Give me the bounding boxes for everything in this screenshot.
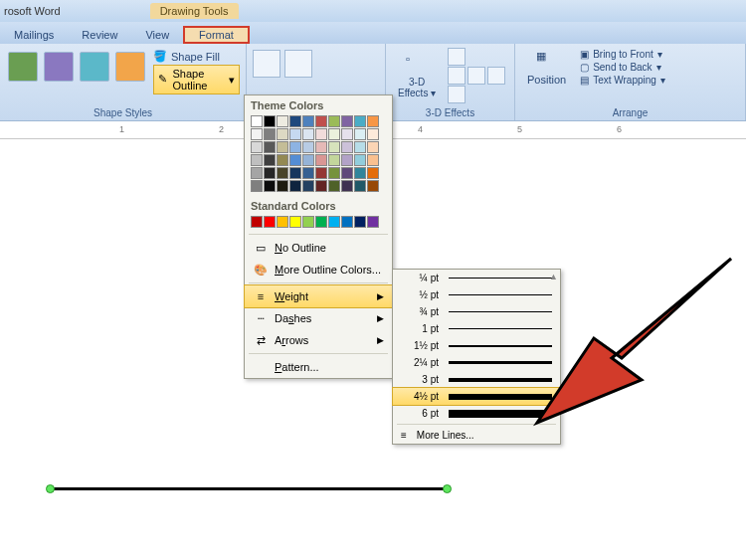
weight-option[interactable]: 3 pt bbox=[393, 371, 560, 388]
color-swatch[interactable] bbox=[277, 128, 288, 140]
color-swatch[interactable] bbox=[302, 141, 314, 153]
color-swatch[interactable] bbox=[302, 216, 314, 228]
color-swatch[interactable] bbox=[251, 180, 263, 192]
bring-to-front-button[interactable]: ▣Bring to Front ▾ bbox=[580, 48, 665, 61]
color-swatch[interactable] bbox=[367, 154, 379, 166]
tilt-button[interactable] bbox=[448, 48, 466, 66]
color-swatch[interactable] bbox=[315, 128, 327, 140]
more-outline-colors-item[interactable]: 🎨 More Outline Colors... bbox=[245, 259, 392, 280]
color-swatch[interactable] bbox=[289, 216, 301, 228]
color-swatch[interactable] bbox=[289, 154, 301, 166]
color-swatch[interactable] bbox=[277, 154, 288, 166]
color-swatch[interactable] bbox=[251, 128, 263, 140]
tilt-button[interactable] bbox=[487, 67, 505, 85]
color-swatch[interactable] bbox=[341, 216, 353, 228]
color-swatch[interactable] bbox=[277, 141, 288, 153]
text-wrapping-button[interactable]: ▤Text Wrapping ▾ bbox=[580, 74, 665, 87]
color-swatch[interactable] bbox=[251, 154, 263, 166]
color-swatch[interactable] bbox=[315, 115, 327, 127]
color-swatch[interactable] bbox=[277, 180, 288, 192]
color-swatch[interactable] bbox=[302, 167, 314, 179]
color-swatch[interactable] bbox=[264, 115, 276, 127]
color-swatch[interactable] bbox=[289, 141, 301, 153]
color-swatch[interactable] bbox=[354, 167, 366, 179]
color-swatch[interactable] bbox=[341, 115, 353, 127]
style-swatch[interactable] bbox=[80, 52, 109, 82]
tilt-button[interactable] bbox=[467, 67, 485, 85]
style-swatch[interactable] bbox=[115, 52, 145, 82]
color-swatch[interactable] bbox=[277, 167, 288, 179]
color-swatch[interactable] bbox=[367, 141, 379, 153]
style-swatch[interactable] bbox=[44, 52, 74, 82]
weight-option[interactable]: ¼ pt bbox=[393, 270, 560, 286]
color-swatch[interactable] bbox=[289, 180, 301, 192]
selected-line-shape[interactable] bbox=[50, 487, 448, 490]
tilt-button[interactable] bbox=[448, 67, 466, 85]
color-swatch[interactable] bbox=[354, 216, 366, 228]
color-swatch[interactable] bbox=[302, 115, 314, 127]
color-swatch[interactable] bbox=[315, 141, 327, 153]
color-swatch[interactable] bbox=[302, 154, 314, 166]
color-swatch[interactable] bbox=[328, 128, 340, 140]
send-to-back-button[interactable]: ▢Send to Back ▾ bbox=[580, 61, 665, 74]
weight-option[interactable]: ½ pt bbox=[393, 286, 560, 303]
color-swatch[interactable] bbox=[354, 180, 366, 192]
color-swatch[interactable] bbox=[341, 128, 353, 140]
color-swatch[interactable] bbox=[315, 180, 327, 192]
color-swatch[interactable] bbox=[341, 180, 353, 192]
arrows-item[interactable]: ⇄ Arrows ▶ bbox=[245, 329, 392, 351]
color-swatch[interactable] bbox=[264, 128, 276, 140]
color-swatch[interactable] bbox=[354, 154, 366, 166]
weight-option[interactable]: 4½ pt bbox=[392, 387, 561, 406]
color-swatch[interactable] bbox=[367, 216, 379, 228]
color-swatch[interactable] bbox=[328, 180, 340, 192]
color-swatch[interactable] bbox=[367, 128, 379, 140]
scroll-up-icon[interactable]: ▲ bbox=[549, 272, 558, 281]
color-swatch[interactable] bbox=[341, 141, 353, 153]
shadow-gallery-item[interactable] bbox=[284, 50, 312, 78]
color-swatch[interactable] bbox=[354, 115, 366, 127]
color-swatch[interactable] bbox=[251, 141, 263, 153]
dashes-item[interactable]: ┄ Dashes ▶ bbox=[245, 307, 392, 329]
color-swatch[interactable] bbox=[251, 167, 263, 179]
weight-option[interactable]: ¾ pt bbox=[393, 303, 560, 320]
shape-styles-gallery[interactable] bbox=[6, 48, 147, 86]
color-swatch[interactable] bbox=[328, 141, 340, 153]
3d-effects-button[interactable]: ▫ 3-DEffects ▾ bbox=[392, 48, 442, 103]
color-swatch[interactable] bbox=[354, 141, 366, 153]
pattern-item[interactable]: Pattern... bbox=[245, 356, 392, 378]
color-swatch[interactable] bbox=[264, 216, 276, 228]
color-swatch[interactable] bbox=[264, 154, 276, 166]
color-swatch[interactable] bbox=[289, 167, 301, 179]
color-swatch[interactable] bbox=[367, 180, 379, 192]
color-swatch[interactable] bbox=[264, 180, 276, 192]
color-swatch[interactable] bbox=[315, 154, 327, 166]
color-swatch[interactable] bbox=[328, 216, 340, 228]
color-swatch[interactable] bbox=[302, 180, 314, 192]
tab-review[interactable]: Review bbox=[68, 26, 131, 44]
color-swatch[interactable] bbox=[315, 216, 327, 228]
color-swatch[interactable] bbox=[251, 115, 263, 127]
color-swatch[interactable] bbox=[264, 141, 276, 153]
color-swatch[interactable] bbox=[264, 167, 276, 179]
no-outline-item[interactable]: ▭ No Outline bbox=[245, 237, 392, 259]
weight-option[interactable]: 1½ pt bbox=[393, 337, 560, 354]
weight-option[interactable]: 2¼ pt bbox=[393, 354, 560, 371]
tab-format[interactable]: Format bbox=[183, 26, 250, 44]
color-swatch[interactable] bbox=[251, 216, 263, 228]
color-swatch[interactable] bbox=[277, 216, 288, 228]
position-button[interactable]: ▦ Position bbox=[521, 48, 572, 88]
color-swatch[interactable] bbox=[302, 128, 314, 140]
color-swatch[interactable] bbox=[367, 167, 379, 179]
tab-view[interactable]: View bbox=[131, 26, 183, 44]
color-swatch[interactable] bbox=[328, 154, 340, 166]
weight-option[interactable]: 1 pt bbox=[393, 320, 560, 337]
color-swatch[interactable] bbox=[315, 167, 327, 179]
shadow-gallery-item[interactable] bbox=[253, 50, 280, 78]
color-swatch[interactable] bbox=[289, 128, 301, 140]
more-lines-item[interactable]: ≡More Lines... bbox=[393, 427, 560, 444]
tab-mailings[interactable]: Mailings bbox=[0, 26, 68, 44]
shape-fill-button[interactable]: 🪣 Shape Fill bbox=[153, 50, 240, 63]
color-swatch[interactable] bbox=[328, 115, 340, 127]
color-swatch[interactable] bbox=[354, 128, 366, 140]
